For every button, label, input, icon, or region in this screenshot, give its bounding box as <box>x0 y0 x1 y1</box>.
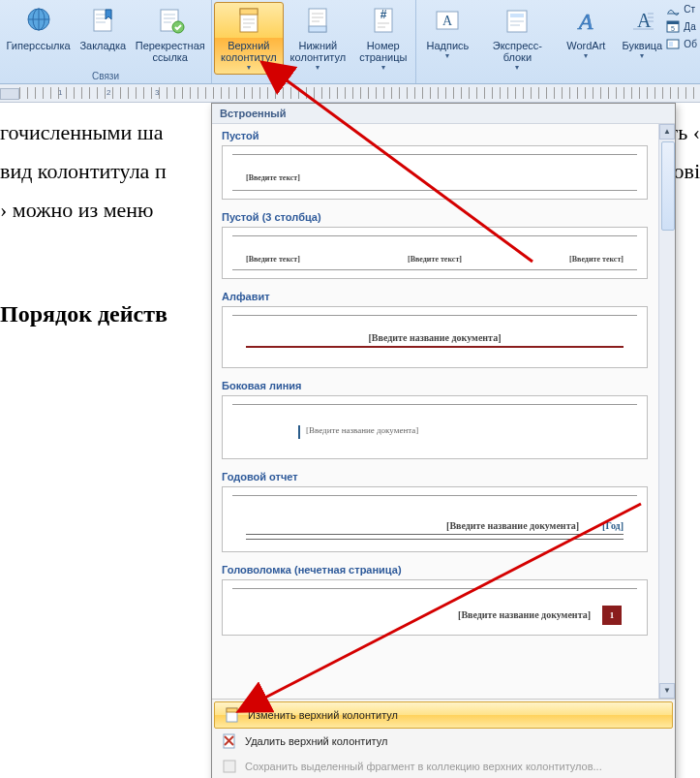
save-selection-label: Сохранить выделенный фрагмент в коллекци… <box>245 761 602 772</box>
hyperlink-button[interactable]: Гиперссылка <box>2 2 75 54</box>
ribbon-group-headerfooter: Верхний колонтитул ▾ Нижний колонтитул ▾… <box>212 0 416 83</box>
scroll-down-button[interactable]: ▼ <box>659 683 675 699</box>
edit-header-label: Изменить верхний колонтитул <box>248 709 398 721</box>
gallery-item-alphabet[interactable]: [Введите название документа] <box>222 306 648 368</box>
svg-rect-23 <box>227 708 237 712</box>
ribbon-group-links: Гиперссылка Закладка Перекрестная ссылка… <box>0 0 212 83</box>
header-button[interactable]: Верхний колонтитул ▾ <box>214 2 284 75</box>
object-button[interactable]: Об <box>666 37 697 50</box>
crossref-button[interactable]: Перекрестная ссылка <box>131 2 209 66</box>
quickparts-button[interactable]: Экспресс-блоки ▾ <box>476 2 558 75</box>
svg-rect-6 <box>240 9 258 15</box>
chevron-down-icon: ▾ <box>247 63 251 72</box>
quickparts-label: Экспресс-блоки <box>483 40 551 63</box>
svg-rect-25 <box>224 761 235 772</box>
svg-text:5: 5 <box>671 25 675 32</box>
chevron-down-icon: ▾ <box>584 51 588 60</box>
svg-text:#: # <box>380 8 386 21</box>
quickparts-icon <box>501 5 533 38</box>
header-page-icon <box>232 5 265 38</box>
body-text-line: вид колонтитула п <box>0 159 167 184</box>
page-badge: 1 <box>602 606 622 625</box>
bookmark-button[interactable]: Закладка <box>75 2 131 54</box>
gallery-item-three-col[interactable]: [Введите текст] [Введите текст] [Введите… <box>222 227 648 279</box>
scroll-up-button[interactable]: ▲ <box>659 124 675 140</box>
header-label: Верхний колонтитул <box>221 40 277 63</box>
textbox-label: Надпись <box>426 40 469 51</box>
bookmark-label: Закладка <box>79 40 126 51</box>
ribbon-group-text: A Надпись ▾ Экспресс-блоки ▾ A WordArt ▾ <box>416 0 662 83</box>
chevron-down-icon: ▾ <box>316 63 320 72</box>
textbox-button[interactable]: A Надпись ▾ <box>418 2 476 63</box>
footer-label: Нижний колонтитул <box>290 40 347 63</box>
pagenum-button[interactable]: # Номер страницы ▾ <box>352 2 413 75</box>
save-gallery-icon <box>222 759 237 774</box>
body-heading: Порядок действ <box>0 301 167 327</box>
wordart-button[interactable]: A WordArt ▾ <box>558 2 614 63</box>
gallery-item-title: Боковая линия <box>212 374 657 393</box>
delete-header-command[interactable]: Удалить верхний колонтитул <box>212 729 675 754</box>
placeholder-text: [Введите название документа] <box>306 425 418 435</box>
pagenum-icon: # <box>367 5 400 38</box>
edit-header-command[interactable]: Изменить верхний колонтитул <box>214 701 673 729</box>
document-area: гочисленными ша вид колонтитула п › можн… <box>0 103 700 778</box>
wordart-icon: A <box>569 5 602 38</box>
svg-rect-8 <box>309 26 326 32</box>
pagenum-label: Номер страницы <box>359 40 407 63</box>
globe-icon <box>22 5 55 38</box>
svg-text:A: A <box>577 9 593 34</box>
chevron-down-icon: ▾ <box>445 51 449 60</box>
gallery-item-annual[interactable]: [Введите название документа] [Год] <box>222 486 648 552</box>
placeholder-text: [Введите название документа] <box>223 520 579 531</box>
footer-button[interactable]: Нижний колонтитул ▾ <box>284 2 353 75</box>
gallery-item-empty[interactable]: [Введите текст] <box>222 145 648 200</box>
crossref-icon <box>154 5 187 38</box>
gallery-section-builtin: Встроенный <box>212 104 675 124</box>
placeholder-text: [Введите название документа] <box>458 609 591 620</box>
crossref-label: Перекрестная ссылка <box>136 40 205 63</box>
gallery-item-title: Пустой <box>212 124 657 143</box>
horizontal-ruler[interactable]: 1 2 3 <box>0 84 700 103</box>
signature-line-button[interactable]: Ст <box>666 2 697 16</box>
wordart-label: WordArt <box>566 40 605 51</box>
placeholder-text: [Введите название документа] <box>223 332 647 343</box>
datetime-button[interactable]: 5 Да <box>666 19 697 33</box>
placeholder-text: [Введите текст] <box>246 255 300 264</box>
footer-page-icon <box>301 5 334 38</box>
header-gallery-dropdown: Встроенный Пустой [Введите текст] Пустой… <box>211 103 676 778</box>
chevron-down-icon: ▾ <box>515 63 519 72</box>
hyperlink-label: Гиперссылка <box>7 40 71 51</box>
chevron-down-icon: ▾ <box>640 51 644 60</box>
ribbon-group-links-label: Связи <box>2 69 209 83</box>
chevron-down-icon: ▾ <box>381 63 385 72</box>
delete-header-icon <box>222 733 237 749</box>
dropcap-label: Буквица <box>623 40 663 51</box>
ribbon: Гиперссылка Закладка Перекрестная ссылка… <box>0 0 700 84</box>
svg-text:A: A <box>637 10 652 31</box>
gallery-scroll-area: Пустой [Введите текст] Пустой (3 столбца… <box>212 124 675 699</box>
placeholder-text: [Введите текст] <box>569 255 624 264</box>
body-text-line: гочисленными ша <box>0 120 163 145</box>
dropcap-button[interactable]: A Буквица ▾ <box>614 2 670 63</box>
gallery-item-title: Алфавит <box>212 285 657 304</box>
placeholder-year: [Год] <box>602 520 624 531</box>
scroll-thumb[interactable] <box>661 141 675 231</box>
body-text-line: › можно из меню <box>0 198 154 223</box>
gallery-item-puzzle-odd[interactable]: [Введите название документа] 1 <box>222 579 648 636</box>
dropcap-icon: A <box>625 5 658 38</box>
placeholder-text: [Введите текст] <box>246 173 300 182</box>
gallery-item-sideline[interactable]: [Введите название документа] <box>222 395 648 459</box>
save-selection-command: Сохранить выделенный фрагмент в коллекци… <box>212 754 675 778</box>
delete-header-label: Удалить верхний колонтитул <box>245 735 387 747</box>
gallery-scrollbar[interactable]: ▲ ▼ <box>658 124 675 699</box>
textbox-icon: A <box>431 5 464 38</box>
edit-header-icon <box>225 707 240 723</box>
gallery-item-title: Головоломка (нечетная страница) <box>212 558 657 577</box>
svg-text:A: A <box>442 14 453 28</box>
gallery-item-title: Пустой (3 столбца) <box>212 205 657 225</box>
bookmark-page-icon <box>86 5 119 38</box>
gallery-commands: Изменить верхний колонтитул Удалить верх… <box>212 699 675 778</box>
svg-rect-14 <box>510 14 524 17</box>
gallery-item-title: Годовой отчет <box>212 465 657 484</box>
placeholder-text: [Введите текст] <box>408 255 462 264</box>
